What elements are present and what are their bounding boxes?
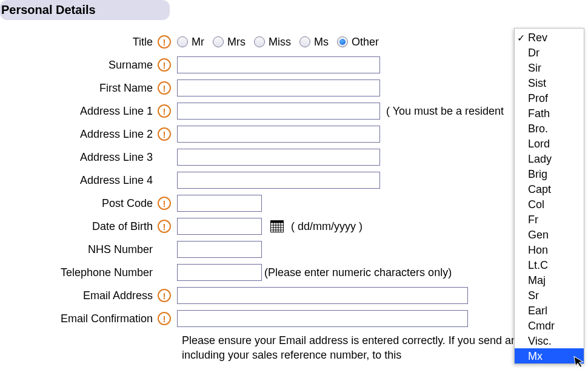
dropdown-option[interactable]: Sist: [515, 75, 584, 90]
email-note: Please ensure your Email address is ente…: [182, 333, 570, 363]
address3-input[interactable]: [177, 149, 380, 166]
radio-label: Mr: [192, 36, 204, 49]
row-dob: Date of Birth ! ( dd/mm/yyyy ): [0, 217, 588, 236]
dropdown-option[interactable]: Lady: [515, 151, 584, 166]
dropdown-option[interactable]: Dr: [515, 45, 584, 60]
dropdown-option[interactable]: Lord: [515, 136, 584, 151]
row-postcode: Post Code !: [0, 194, 588, 213]
telephone-hint: (Please enter numeric characters only): [264, 266, 452, 279]
dropdown-option[interactable]: Maj: [515, 272, 584, 288]
postcode-label: Post Code: [0, 197, 158, 210]
radio-other[interactable]: Other: [337, 36, 379, 49]
telephone-input[interactable]: [177, 264, 262, 281]
surname-label: Surname: [0, 59, 158, 72]
svg-rect-1: [271, 221, 284, 223]
dropdown-option[interactable]: Lt.C: [515, 257, 584, 272]
surname-input[interactable]: [177, 56, 380, 73]
address3-label: Address Line 3: [0, 151, 158, 164]
address1-input[interactable]: [177, 103, 380, 120]
radio-miss[interactable]: Miss: [254, 36, 291, 49]
dob-label: Date of Birth: [0, 220, 158, 233]
dropdown-option[interactable]: Visc.: [515, 333, 584, 348]
title-label: Title: [0, 36, 158, 49]
row-address-1: Address Line 1 ! ( You must be a residen…: [0, 101, 588, 121]
email-confirm-input[interactable]: [177, 310, 468, 327]
radio-label: Other: [352, 36, 379, 49]
address4-input[interactable]: [177, 172, 380, 189]
calendar-icon[interactable]: [270, 220, 284, 232]
row-email: Email Address !: [0, 286, 588, 305]
dropdown-option[interactable]: Prof: [515, 90, 584, 106]
address1-label: Address Line 1: [0, 105, 158, 118]
email-input[interactable]: [177, 287, 468, 304]
telephone-label: Telephone Number: [0, 266, 158, 279]
required-icon: !: [158, 81, 171, 95]
radio-circle-icon: [213, 36, 224, 47]
title-other-dropdown[interactable]: RevDrSirSistProfFathBro.LordLadyBrigCapt…: [514, 28, 584, 364]
required-icon: !: [158, 289, 171, 302]
mouse-cursor-icon: [573, 354, 587, 373]
radio-mrs[interactable]: Mrs: [213, 36, 246, 49]
radio-circle-icon: [177, 36, 188, 47]
dropdown-option[interactable]: Bro.: [515, 121, 584, 136]
first-name-label: First Name: [0, 82, 158, 95]
nhs-input[interactable]: [177, 241, 262, 258]
dob-input[interactable]: [177, 218, 262, 235]
dropdown-option[interactable]: Fath: [515, 106, 584, 121]
section-title: Personal Details: [0, 0, 170, 20]
dropdown-option[interactable]: Brig: [515, 166, 584, 181]
nhs-label: NHS Number: [0, 243, 158, 256]
required-icon: !: [158, 197, 171, 210]
address2-label: Address Line 2: [0, 128, 158, 141]
required-icon: !: [158, 220, 171, 233]
row-address-3: Address Line 3: [0, 147, 588, 167]
row-address-4: Address Line 4: [0, 171, 588, 190]
address4-label: Address Line 4: [0, 174, 158, 187]
radio-circle-icon: [299, 36, 310, 47]
radio-mr[interactable]: Mr: [177, 36, 204, 49]
email-label: Email Address: [0, 289, 158, 302]
dropdown-option[interactable]: Cmdr: [515, 318, 584, 333]
radio-label: Ms: [314, 36, 329, 49]
dropdown-option[interactable]: Capt: [515, 181, 584, 197]
address2-input[interactable]: [177, 126, 380, 143]
row-first-name: First Name !: [0, 78, 588, 98]
dropdown-option[interactable]: Hon: [515, 242, 584, 257]
required-icon: !: [158, 312, 171, 325]
first-name-input[interactable]: [177, 79, 380, 96]
row-title: Title ! Mr Mrs Miss Ms Other: [0, 32, 588, 52]
row-nhs: NHS Number: [0, 240, 588, 259]
dropdown-option[interactable]: Sir: [515, 60, 584, 75]
row-address-2: Address Line 2 !: [0, 124, 588, 144]
required-icon: !: [158, 127, 171, 141]
dropdown-option[interactable]: Gen: [515, 227, 584, 242]
dropdown-option[interactable]: Col: [515, 197, 584, 212]
radio-ms[interactable]: Ms: [299, 36, 329, 49]
email-confirm-label: Email Confirmation: [0, 312, 158, 325]
required-icon: !: [158, 35, 171, 49]
dob-hint: ( dd/mm/yyyy ): [291, 220, 362, 233]
dropdown-option[interactable]: Fr: [515, 212, 584, 227]
radio-label: Miss: [269, 36, 291, 49]
radio-label: Mrs: [227, 36, 246, 49]
postcode-input[interactable]: [177, 195, 262, 212]
title-radio-group: Mr Mrs Miss Ms Other: [177, 36, 379, 49]
dropdown-option[interactable]: Sr: [515, 288, 584, 303]
required-icon: !: [158, 104, 171, 118]
dropdown-option[interactable]: Rev: [515, 30, 584, 45]
radio-circle-icon: [337, 36, 348, 47]
row-email-confirm: Email Confirmation !: [0, 309, 588, 328]
address1-hint: ( You must be a resident: [386, 105, 504, 118]
radio-circle-icon: [254, 36, 265, 47]
row-surname: Surname !: [0, 55, 588, 75]
row-telephone: Telephone Number (Please enter numeric c…: [0, 263, 588, 282]
dropdown-option[interactable]: Earl: [515, 303, 584, 318]
required-icon: !: [158, 58, 171, 72]
